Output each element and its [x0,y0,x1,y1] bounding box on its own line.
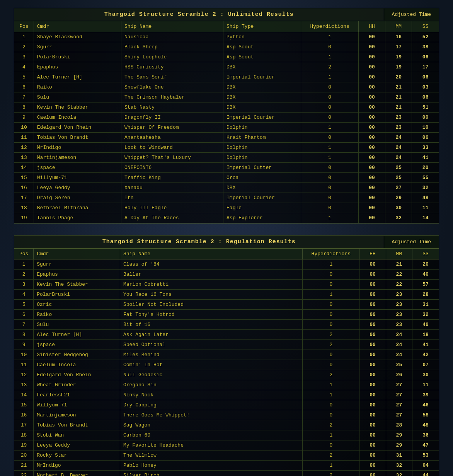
table-row: 3 Kevin The Stabber Marion Cobretti 0 00… [14,280,439,290]
table-row: 12 MrIndigo Look to Windward Dolphin 1 0… [14,143,439,153]
cell-ship: Null Geodesic [120,370,302,380]
cell-ship: Class of '84 [120,259,302,270]
cell-cmdr: Tobias Von Brandt [34,133,121,143]
cell-ss: 51 [412,102,439,113]
cell-hyp: 0 [303,270,359,280]
cell-cmdr: Caelum Incola [34,360,120,370]
cell-hyp: 0 [303,400,359,410]
cell-ship: Speed Optional [120,340,302,350]
cell-type: Imperial Courier [223,72,301,82]
cell-mm: 24 [385,143,412,153]
cell-mm: 22 [386,270,412,280]
cell-hyp: 1 [303,390,359,400]
unlimited-adjusted-time-label: Adjusted Time [384,9,439,20]
cell-hyp: 0 [301,113,359,123]
cell-hyp: 0 [301,82,359,92]
cell-hyp: 1 [303,259,359,270]
cell-hyp: 0 [301,173,359,183]
cell-ship: Pablo Honey [120,461,302,471]
cell-ss: 55 [412,173,439,183]
cell-hh: 00 [359,113,385,123]
cell-pos: 18 [14,430,34,440]
cell-type: DBX [223,92,301,102]
cell-hh: 00 [359,410,386,420]
cell-hyp: 0 [303,350,359,360]
cell-ship: HSS Curiosity [121,62,223,72]
cell-hh: 00 [359,42,385,52]
cell-pos: 1 [14,259,34,270]
cell-pos: 17 [14,193,34,203]
header-cmdr: Cmdr [34,21,121,32]
cell-hh: 00 [359,390,386,400]
cell-hyp: 1 [303,461,359,471]
cell-hyp: 2 [303,450,359,461]
table-row: 22 Norbert B. Beaver Silver Birch 2 00 3… [14,471,439,476]
cell-ss: 58 [412,410,439,420]
cell-cmdr: PolarBruski [34,290,120,300]
cell-mm: 17 [385,42,412,52]
regulation-header-row: Pos Cmdr Ship Name Hyperdictions HH MM S… [14,249,439,259]
cell-ss: 07 [412,360,439,370]
cell-pos: 18 [14,203,34,213]
cell-mm: 16 [385,32,412,42]
header-ss: SS [412,21,439,32]
cell-pos: 7 [14,320,34,330]
reg-header-mm: MM [386,249,412,259]
cell-hyp: 1 [301,32,359,42]
reg-header-ship: Ship Name [120,249,302,259]
cell-ship: Xanadu [121,183,223,193]
table-row: 5 Alec Turner [H] The Sans Serif Imperia… [14,72,439,82]
cell-hh: 00 [359,330,386,340]
cell-ship: Ask Again Later [120,330,302,340]
cell-hh: 00 [359,450,386,461]
table-row: 21 MrIndigo Pablo Honey 1 00 32 04 [14,461,439,471]
cell-hh: 00 [359,259,386,270]
cell-type: DBX [223,183,301,193]
header-pos: Pos [14,21,34,32]
cell-cmdr: Sinister Hedgehog [34,350,120,360]
cell-cmdr: jspace [34,163,121,173]
cell-ss: 53 [412,450,439,461]
cell-ship: Whippet? That's Luxury [121,153,223,163]
cell-hh: 00 [359,370,386,380]
cell-cmdr: Sulu [34,92,121,102]
table-row: 7 Sulu Bit of 16 0 00 23 40 [14,320,439,330]
cell-mm: 24 [385,133,412,143]
table-row: 14 jspace ONEPOINT6 Imperial Cutter 0 00… [14,163,439,173]
cell-ship: Silver Birch [120,471,302,476]
table-row: 16 Leeya Geddy Xanadu DBX 0 00 27 32 [14,183,439,193]
regulation-table-body: 1 Sgurr Class of '84 1 00 21 20 2 Epaphu… [14,259,439,476]
table-row: 10 Sinister Hedgehog Miles Behind 0 00 2… [14,350,439,360]
cell-pos: 8 [14,330,34,340]
cell-ss: 06 [412,92,439,102]
cell-mm: 23 [385,123,412,133]
cell-cmdr: Kevin The Stabber [34,102,121,113]
cell-hh: 00 [359,133,385,143]
reg-header-pos: Pos [14,249,34,259]
cell-pos: 9 [14,340,34,350]
cell-ss: 44 [412,471,439,476]
table-row: 7 Sulu The Crimson Haybaler DBX 0 00 21 … [14,92,439,102]
cell-type: Asp Scout [223,42,301,52]
table-row: 15 Willyum-71 Dry-Capping 0 00 27 46 [14,400,439,410]
cell-ss: 06 [412,133,439,143]
cell-cmdr: FearlessF21 [34,390,120,400]
table-row: 5 Ozric Spoiler Not Included 0 00 23 31 [14,300,439,310]
cell-hh: 00 [359,123,385,133]
cell-type: Orca [223,173,301,183]
cell-mm: 21 [386,259,412,270]
table-row: 16 Martinjameson There Goes Me Whippet! … [14,410,439,420]
cell-mm: 21 [385,102,412,113]
cell-ss: 31 [412,300,439,310]
table-row: 15 Willyum-71 Traffic King Orca 0 00 25 … [14,173,439,183]
cell-cmdr: PolarBruski [34,52,121,62]
table-row: 8 Kevin The Stabber Stab Nasty DBX 0 00 … [14,102,439,113]
cell-mm: 29 [386,440,412,450]
cell-cmdr: Martinjameson [34,410,120,420]
cell-hh: 00 [359,92,385,102]
cell-hh: 00 [359,52,385,62]
cell-pos: 2 [14,270,34,280]
cell-pos: 11 [14,360,34,370]
cell-ship: Baller [120,270,302,280]
cell-hyp: 0 [301,183,359,193]
